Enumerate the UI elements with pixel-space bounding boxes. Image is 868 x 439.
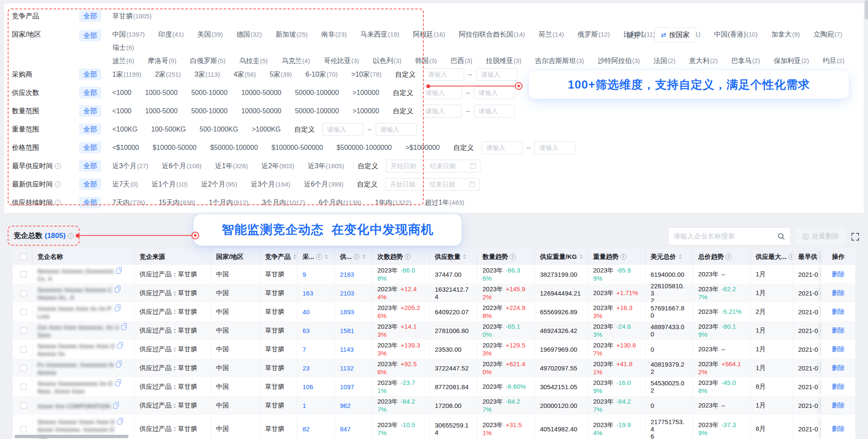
row-checkbox[interactable] — [20, 327, 27, 334]
column-header[interactable]: 供应重量/KG — [535, 249, 588, 265]
supply-count-link[interactable]: 1132 — [335, 359, 372, 377]
filter-option[interactable]: 15天内(838) — [159, 198, 195, 207]
filter-option[interactable]: 500-1000KG — [200, 125, 238, 134]
supply-count-link[interactable]: 1143 — [335, 340, 372, 359]
filter-all-tag[interactable]: 全部 — [79, 178, 101, 190]
filter-option[interactable]: >10家(78) — [351, 70, 382, 79]
filter-option[interactable]: <$10000 — [112, 143, 139, 152]
copy-icon[interactable] — [115, 381, 120, 386]
filter-option[interactable]: 印度(41) — [158, 30, 184, 39]
horizontal-scrollbar[interactable] — [14, 435, 128, 438]
delete-row-link[interactable]: 删除 — [832, 425, 845, 433]
column-header[interactable]: 供...i — [335, 249, 372, 265]
filter-option[interactable]: 10000-50000 — [241, 88, 281, 97]
custom-option[interactable]: 自定义 — [358, 161, 378, 170]
supply-count-link[interactable]: 2183 — [335, 265, 372, 284]
info-icon[interactable]: i — [510, 254, 516, 260]
filter-all-tag[interactable]: 全部 — [79, 10, 101, 22]
filter-option[interactable]: 意大利(2) — [689, 56, 717, 65]
filter-option[interactable]: 近6个月(108) — [162, 161, 202, 170]
filter-all-tag[interactable]: 全部 — [79, 105, 101, 117]
filter-option[interactable]: 1年内(1322) — [375, 198, 411, 207]
range-input-max[interactable] — [474, 86, 515, 99]
expand-toggle[interactable]: 展开 — [626, 32, 645, 40]
filter-option[interactable]: 近3年(1605) — [308, 161, 344, 170]
filter-option[interactable]: 乌拉圭(5) — [239, 56, 268, 65]
filter-option[interactable]: 草甘膦(1805) — [112, 11, 151, 20]
filter-option[interactable]: 瑞士(6) — [112, 43, 134, 52]
filter-option[interactable]: >$1000000 — [405, 143, 440, 152]
search-input[interactable] — [674, 232, 777, 240]
filter-option[interactable]: 巴西(3) — [451, 56, 472, 65]
filter-option[interactable]: 近2年(903) — [261, 161, 294, 170]
delete-row-link[interactable]: 删除 — [832, 270, 845, 278]
range-input-max[interactable] — [376, 123, 417, 136]
custom-option[interactable]: 自定义 — [393, 106, 413, 115]
supply-count-link[interactable]: 962 — [335, 396, 372, 415]
row-checkbox[interactable] — [20, 346, 27, 353]
custom-option[interactable]: 自定义 — [454, 143, 474, 152]
filter-option[interactable]: 6个月内(1139) — [319, 198, 361, 207]
filter-option[interactable]: 中国(1397) — [112, 30, 145, 39]
info-icon[interactable]: i — [316, 254, 322, 260]
filter-option[interactable]: 5000-10000 — [191, 106, 227, 115]
info-icon[interactable]: i — [55, 181, 61, 187]
row-checkbox[interactable] — [20, 309, 27, 315]
fullscreen-icon[interactable] — [851, 232, 859, 241]
column-header[interactable]: 采...i — [297, 249, 335, 265]
sort-icon[interactable] — [580, 254, 583, 259]
filter-all-tag[interactable]: 全部 — [79, 123, 101, 135]
info-icon[interactable]: i — [725, 254, 731, 260]
filter-option[interactable]: 近6个月(399) — [304, 180, 343, 189]
copy-icon[interactable] — [113, 404, 117, 409]
info-icon[interactable]: i — [68, 233, 74, 239]
supply-count-link[interactable]: 1581 — [335, 321, 372, 340]
delete-row-link[interactable]: 删除 — [832, 289, 845, 297]
range-input-max[interactable] — [474, 105, 515, 118]
filter-option[interactable]: 近2个月(95) — [201, 180, 237, 189]
filter-option[interactable]: $100000-500000 — [271, 143, 323, 152]
buyer-count-link[interactable]: 40 — [297, 302, 335, 321]
info-icon[interactable]: i — [405, 254, 411, 260]
row-checkbox[interactable] — [20, 384, 27, 390]
filter-option[interactable]: 沙特阿拉伯(3) — [598, 56, 640, 65]
filter-option[interactable]: 南非(23) — [321, 30, 347, 39]
range-input-min[interactable] — [482, 141, 523, 154]
custom-option[interactable]: 自定义 — [393, 88, 413, 97]
filter-all-tag[interactable]: 全部 — [79, 160, 101, 172]
filter-option[interactable]: <1000 — [112, 106, 131, 115]
filter-all-tag[interactable]: 全部 — [79, 197, 101, 208]
info-icon[interactable]: i — [788, 254, 793, 260]
filter-option[interactable]: 新加坡(25) — [275, 30, 308, 39]
buyer-count-link[interactable]: 63 — [297, 321, 335, 340]
filter-option[interactable]: 加拿大(9) — [771, 30, 800, 39]
buyer-count-link[interactable]: 23 — [297, 359, 335, 377]
delete-row-link[interactable]: 删除 — [832, 383, 845, 391]
filter-option[interactable]: 近3个月(164) — [251, 180, 290, 189]
filter-option[interactable]: 荷兰(14) — [539, 30, 564, 39]
sort-icon[interactable] — [463, 254, 466, 259]
custom-option[interactable]: 自定义 — [294, 125, 315, 134]
sort-icon[interactable] — [325, 254, 328, 259]
column-header[interactable]: 竞争产品 — [260, 249, 297, 265]
filter-option[interactable]: <100KG — [112, 125, 137, 134]
filter-all-tag[interactable]: 全部 — [79, 30, 101, 41]
filter-option[interactable]: 5家(39) — [270, 70, 292, 79]
buyer-count-link[interactable]: 163 — [297, 284, 335, 302]
filter-option[interactable]: 超过1年(483) — [425, 198, 464, 207]
supply-count-link[interactable]: 1097 — [335, 377, 372, 396]
range-input-min[interactable] — [421, 105, 462, 118]
filter-option[interactable]: 中国(香港)(10) — [714, 30, 757, 39]
filter-option[interactable]: 德国(32) — [237, 30, 262, 39]
search-icon[interactable] — [777, 232, 785, 240]
filter-option[interactable]: 俄罗斯(12) — [578, 30, 610, 39]
filter-option[interactable]: <1000 — [112, 88, 131, 97]
filter-option[interactable]: 1家(1199) — [112, 70, 141, 79]
filter-option[interactable]: 3家(113) — [194, 70, 220, 79]
range-input-min[interactable] — [421, 86, 462, 99]
row-checkbox[interactable] — [20, 365, 27, 371]
column-header[interactable]: 美元总价 — [645, 249, 693, 265]
supply-count-link[interactable]: 2103 — [335, 284, 372, 302]
filter-option[interactable]: 近1个月(10) — [151, 180, 188, 189]
info-icon[interactable]: i — [55, 200, 61, 206]
